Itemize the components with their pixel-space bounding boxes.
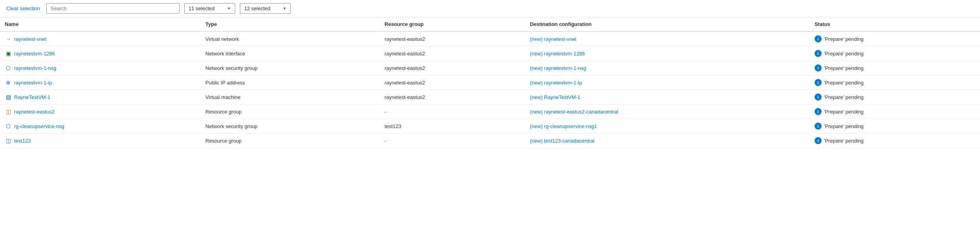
status-text: 'Prepare' pending xyxy=(824,123,864,129)
cell-destination: (new) raynetest-vnet xyxy=(525,31,810,46)
cell-resource-group: test123 xyxy=(380,119,525,134)
resource-name-link[interactable]: ◫ raynetest-eastus2 xyxy=(5,108,196,115)
table-row: → raynetest-vnet Virtual network raynete… xyxy=(0,31,980,46)
filter2-label: 12 selected xyxy=(244,5,270,11)
search-input[interactable] xyxy=(46,3,180,14)
cell-status: i 'Prepare' pending xyxy=(810,61,980,75)
info-icon[interactable]: i xyxy=(815,108,822,115)
cell-type: Resource group xyxy=(201,104,380,119)
info-icon[interactable]: i xyxy=(815,64,822,71)
destination-config-link[interactable]: (new) test123-canadacentral xyxy=(530,138,595,144)
cell-resource-group: - xyxy=(380,134,525,148)
destination-config-link[interactable]: (new) RayneTestVM-1 xyxy=(530,94,581,100)
filter1-label: 11 selected xyxy=(189,5,215,11)
resource-name-text: test123 xyxy=(14,138,31,144)
cell-name: ◫ test123 xyxy=(0,134,201,148)
resource-name-link[interactable]: ⊕ raynetestvm-1-ip xyxy=(5,79,196,86)
resource-name-link[interactable]: ⬡ rg-cleanupservice-nsg xyxy=(5,123,196,130)
cell-status: i 'Prepare' pending xyxy=(810,134,980,148)
status-text: 'Prepare' pending xyxy=(824,65,864,71)
cell-name: ▨ RayneTestVM-1 xyxy=(0,90,201,104)
resource-type-icon: ◫ xyxy=(5,108,12,115)
cell-name: ◫ raynetest-eastus2 xyxy=(0,104,201,119)
destination-config-link[interactable]: (new) raynetest-eastus2-canadacentral xyxy=(530,109,618,115)
cell-destination: (new) raynetestvm-1-nsg xyxy=(525,61,810,75)
resource-type-icon: → xyxy=(5,35,12,42)
resource-name-text: rg-cleanupservice-nsg xyxy=(14,123,64,129)
destination-config-link[interactable]: (new) raynetest-vnet xyxy=(530,36,577,42)
cell-name: ▣ raynetestvm-1286 xyxy=(0,46,201,61)
table-row: ⊕ raynetestvm-1-ip Public IP address ray… xyxy=(0,75,980,90)
cell-type: Network security group xyxy=(201,61,380,75)
resources-table-container: Name Type Resource group Destination con… xyxy=(0,17,980,148)
cell-resource-group: - xyxy=(380,104,525,119)
destination-config-link[interactable]: (new) raynetestvm-1-ip xyxy=(530,80,582,86)
cell-resource-group: raynetest-eastus2 xyxy=(380,46,525,61)
resource-name-link[interactable]: ⬡ raynetestvm-1-nsg xyxy=(5,64,196,71)
resource-name-text: raynetestvm-1-nsg xyxy=(14,65,56,71)
col-header-status[interactable]: Status xyxy=(810,17,980,31)
cell-type: Public IP address xyxy=(201,75,380,90)
resource-name-text: raynetest-eastus2 xyxy=(14,109,54,115)
col-header-destination[interactable]: Destination configuration xyxy=(525,17,810,31)
cell-type: Network security group xyxy=(201,119,380,134)
table-row: ◫ test123 Resource group - (new) test123… xyxy=(0,134,980,148)
info-icon[interactable]: i xyxy=(815,35,822,42)
info-icon[interactable]: i xyxy=(815,137,822,144)
cell-status: i 'Prepare' pending xyxy=(810,31,980,46)
cell-destination: (new) raynetestvm-1-ip xyxy=(525,75,810,90)
resource-name-text: RayneTestVM-1 xyxy=(14,94,50,100)
col-header-resource-group[interactable]: Resource group xyxy=(380,17,525,31)
chevron-down-icon: ▼ xyxy=(283,6,287,11)
col-header-name[interactable]: Name xyxy=(0,17,201,31)
cell-resource-group: raynetest-eastus2 xyxy=(380,61,525,75)
table-row: ▨ RayneTestVM-1 Virtual machine raynetes… xyxy=(0,90,980,104)
filter1-dropdown[interactable]: 11 selected ▼ xyxy=(184,3,235,14)
destination-config-link[interactable]: (new) rg-cleanupservice-nsg1 xyxy=(530,123,597,129)
cell-status: i 'Prepare' pending xyxy=(810,46,980,61)
destination-config-link[interactable]: (new) raynetestvm-1286 xyxy=(530,51,585,57)
resource-name-link[interactable]: ▨ RayneTestVM-1 xyxy=(5,93,196,101)
clear-selection-button[interactable]: Clear selection xyxy=(5,4,42,13)
status-text: 'Prepare' pending xyxy=(824,51,864,57)
cell-name: ⬡ raynetestvm-1-nsg xyxy=(0,61,201,75)
info-icon[interactable]: i xyxy=(815,50,822,57)
cell-destination: (new) RayneTestVM-1 xyxy=(525,90,810,104)
info-icon[interactable]: i xyxy=(815,123,822,130)
resources-table: Name Type Resource group Destination con… xyxy=(0,17,980,148)
resource-type-icon: ◫ xyxy=(5,137,12,144)
resource-type-icon: ⊕ xyxy=(5,79,12,86)
cell-status: i 'Prepare' pending xyxy=(810,119,980,134)
table-body: → raynetest-vnet Virtual network raynete… xyxy=(0,31,980,148)
resource-name-link[interactable]: ▣ raynetestvm-1286 xyxy=(5,50,196,57)
resource-name-text: raynetestvm-1286 xyxy=(14,51,55,57)
resource-name-text: raynetestvm-1-ip xyxy=(14,80,52,86)
status-text: 'Prepare' pending xyxy=(824,80,864,86)
resource-name-link[interactable]: → raynetest-vnet xyxy=(5,35,196,42)
info-icon[interactable]: i xyxy=(815,93,822,101)
cell-type: Virtual network xyxy=(201,31,380,46)
status-text: 'Prepare' pending xyxy=(824,109,864,115)
status-text: 'Prepare' pending xyxy=(824,36,864,42)
cell-status: i 'Prepare' pending xyxy=(810,104,980,119)
cell-type: Network interface xyxy=(201,46,380,61)
cell-destination: (new) raynetestvm-1286 xyxy=(525,46,810,61)
cell-resource-group: raynetest-eastus2 xyxy=(380,31,525,46)
col-header-type[interactable]: Type xyxy=(201,17,380,31)
status-text: 'Prepare' pending xyxy=(824,138,864,144)
destination-config-link[interactable]: (new) raynetestvm-1-nsg xyxy=(530,65,586,71)
table-header: Name Type Resource group Destination con… xyxy=(0,17,980,31)
filter2-dropdown[interactable]: 12 selected ▼ xyxy=(240,3,291,14)
cell-name: ⬡ rg-cleanupservice-nsg xyxy=(0,119,201,134)
resource-type-icon: ⬡ xyxy=(5,64,12,71)
toolbar: Clear selection 11 selected ▼ 12 selecte… xyxy=(0,0,980,17)
cell-name: → raynetest-vnet xyxy=(0,31,201,46)
resource-type-icon: ▨ xyxy=(5,93,12,101)
cell-resource-group: raynetest-eastus2 xyxy=(380,75,525,90)
info-icon[interactable]: i xyxy=(815,79,822,86)
table-row: ▣ raynetestvm-1286 Network interface ray… xyxy=(0,46,980,61)
cell-destination: (new) rg-cleanupservice-nsg1 xyxy=(525,119,810,134)
cell-destination: (new) raynetest-eastus2-canadacentral xyxy=(525,104,810,119)
cell-name: ⊕ raynetestvm-1-ip xyxy=(0,75,201,90)
resource-name-link[interactable]: ◫ test123 xyxy=(5,137,196,144)
